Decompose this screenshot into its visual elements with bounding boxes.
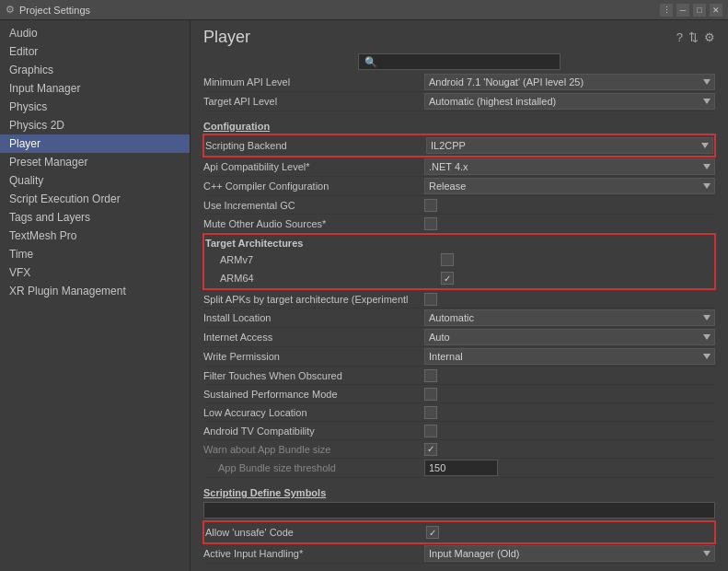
use-incremental-gc-value: [424, 199, 715, 212]
target-api-dropdown[interactable]: Automatic (highest installed): [424, 93, 715, 110]
target-api-value: Automatic (highest installed): [424, 93, 715, 110]
more-options-button[interactable]: ⚙: [704, 30, 715, 44]
sidebar-item-quality[interactable]: Quality: [0, 171, 190, 190]
android-tv-checkbox[interactable]: [424, 425, 437, 437]
internet-access-dropdown[interactable]: Auto: [424, 329, 715, 345]
title-bar-title: Project Settings: [19, 5, 660, 16]
configuration-header: Configuration: [203, 115, 715, 134]
minimum-api-row: Minimum API Level Android 7.1 'Nougat' (…: [203, 73, 715, 92]
install-location-dropdown[interactable]: Automatic: [424, 309, 715, 326]
scripting-backend-dropdown[interactable]: IL2CPP: [426, 137, 713, 154]
install-location-label: Install Location: [203, 312, 424, 323]
cpp-compiler-row: C++ Compiler Configuration Release: [203, 177, 715, 196]
title-bar: ⚙ Project Settings ⋮ ─ □ ✕: [0, 0, 728, 20]
sidebar-item-xr[interactable]: XR Plugin Management: [0, 282, 190, 300]
player-title: Player: [203, 28, 676, 47]
settings-inner: Minimum API Level Android 7.1 'Nougat' (…: [191, 73, 728, 571]
app-bundle-threshold-input[interactable]: [424, 460, 498, 476]
sustained-perf-value: [424, 388, 715, 401]
sidebar-item-tags-layers[interactable]: Tags and Layers: [0, 208, 190, 227]
allow-unsafe-value: [426, 526, 713, 539]
search-input[interactable]: [358, 53, 560, 70]
write-permission-label: Write Permission: [203, 351, 424, 362]
sidebar-item-input-manager[interactable]: Input Manager: [0, 79, 190, 98]
window-controls: ⋮ ─ □ ✕: [660, 4, 722, 17]
active-input-row: Active Input Handling* Input Manager (Ol…: [203, 544, 715, 564]
warn-bundle-checkbox[interactable]: [424, 443, 437, 456]
armv7-row: ARMv7: [205, 251, 713, 269]
scripting-backend-row: Scripting Backend IL2CPP: [205, 136, 713, 155]
player-header: Player ? ⇅ ⚙: [191, 20, 728, 51]
sustained-perf-checkbox[interactable]: [424, 388, 437, 401]
mute-other-label: Mute Other Audio Sources*: [203, 218, 424, 229]
use-incremental-gc-row: Use Incremental GC: [203, 196, 715, 215]
allow-unsafe-highlight: Allow 'unsafe' Code: [202, 520, 716, 544]
scripting-define-header: Scripting Define Symbols: [203, 482, 715, 500]
scripting-backend-label: Scripting Backend: [205, 140, 426, 151]
warn-bundle-label: Warn about App Bundle size: [203, 444, 424, 455]
minimize-button[interactable]: ─: [676, 4, 689, 17]
use-incremental-gc-label: Use Incremental GC: [203, 200, 424, 211]
sidebar-item-graphics[interactable]: Graphics: [0, 61, 190, 79]
minimum-api-dropdown[interactable]: Android 7.1 'Nougat' (API level 25): [424, 74, 715, 90]
active-input-label: Active Input Handling*: [203, 548, 424, 559]
arm64-checkbox[interactable]: [441, 272, 454, 285]
low-accuracy-value: [424, 406, 715, 419]
sidebar-item-script-exec[interactable]: Script Execution Order: [0, 190, 190, 208]
scripting-define-input[interactable]: [203, 502, 715, 519]
settings-presets-button[interactable]: ⇅: [688, 30, 699, 44]
sustained-perf-label: Sustained Performance Mode: [203, 389, 424, 400]
android-tv-row: Android TV Compatibility: [203, 422, 715, 440]
split-apks-checkbox[interactable]: [424, 293, 437, 306]
minimum-api-value: Android 7.1 'Nougat' (API level 25): [424, 74, 715, 90]
armv7-value: [441, 253, 713, 266]
api-compat-value: .NET 4.x: [424, 158, 715, 175]
internet-access-row: Internet Access Auto: [203, 328, 715, 347]
low-accuracy-row: Low Accuracy Location: [203, 403, 715, 422]
filter-touches-label: Filter Touches When Obscured: [203, 370, 424, 381]
arm64-row: ARM64: [205, 269, 713, 287]
sidebar-item-textmesh[interactable]: TextMesh Pro: [0, 227, 190, 245]
target-arch-highlight: Target Architectures ARMv7 ARM64: [202, 233, 716, 290]
scripting-backend-highlight: Scripting Backend IL2CPP: [202, 134, 716, 157]
sidebar-item-editor[interactable]: Editor: [0, 42, 190, 61]
mute-other-checkbox[interactable]: [424, 217, 437, 230]
search-bar: [191, 51, 728, 73]
api-compat-dropdown[interactable]: .NET 4.x: [424, 158, 715, 175]
active-input-value: Input Manager (Old): [424, 545, 715, 562]
menu-button[interactable]: ⋮: [660, 4, 673, 17]
active-input-dropdown[interactable]: Input Manager (Old): [424, 545, 715, 562]
allow-unsafe-checkbox[interactable]: [426, 526, 439, 539]
android-tv-value: [424, 425, 715, 437]
armv7-checkbox[interactable]: [441, 253, 454, 266]
sidebar-item-physics2d[interactable]: Physics 2D: [0, 116, 190, 134]
install-location-row: Install Location Automatic: [203, 309, 715, 328]
sidebar-item-vfx[interactable]: VFX: [0, 263, 190, 282]
use-incremental-gc-checkbox[interactable]: [424, 199, 437, 212]
close-button[interactable]: ✕: [710, 4, 722, 17]
cpp-compiler-dropdown[interactable]: Release: [424, 178, 715, 194]
arm64-value: [441, 272, 713, 285]
app-bundle-threshold-label: App Bundle size threshold: [203, 462, 424, 473]
help-button[interactable]: ?: [676, 30, 683, 44]
settings-icon: ⚙: [6, 4, 15, 16]
maximize-button[interactable]: □: [693, 4, 706, 17]
install-location-value: Automatic: [424, 309, 715, 326]
cpp-compiler-label: C++ Compiler Configuration: [203, 181, 424, 192]
filter-touches-checkbox[interactable]: [424, 369, 437, 382]
sidebar-item-preset-manager[interactable]: Preset Manager: [0, 153, 190, 171]
app-bundle-threshold-value: [424, 460, 715, 476]
sidebar-item-physics[interactable]: Physics: [0, 98, 190, 116]
internet-access-value: Auto: [424, 329, 715, 345]
split-apks-value: [424, 293, 715, 306]
header-icons: ? ⇅ ⚙: [676, 30, 715, 44]
sidebar-item-time[interactable]: Time: [0, 245, 190, 263]
write-permission-dropdown[interactable]: Internal: [424, 348, 715, 365]
api-compat-row: Api Compatibility Level* .NET 4.x: [203, 157, 715, 177]
low-accuracy-checkbox[interactable]: [424, 406, 437, 419]
main-layout: Audio Editor Graphics Input Manager Phys…: [0, 20, 728, 571]
sidebar-item-player[interactable]: Player: [0, 134, 190, 153]
sidebar-item-audio[interactable]: Audio: [0, 24, 190, 42]
cpp-compiler-value: Release: [424, 178, 715, 194]
armv7-label: ARMv7: [220, 254, 441, 265]
